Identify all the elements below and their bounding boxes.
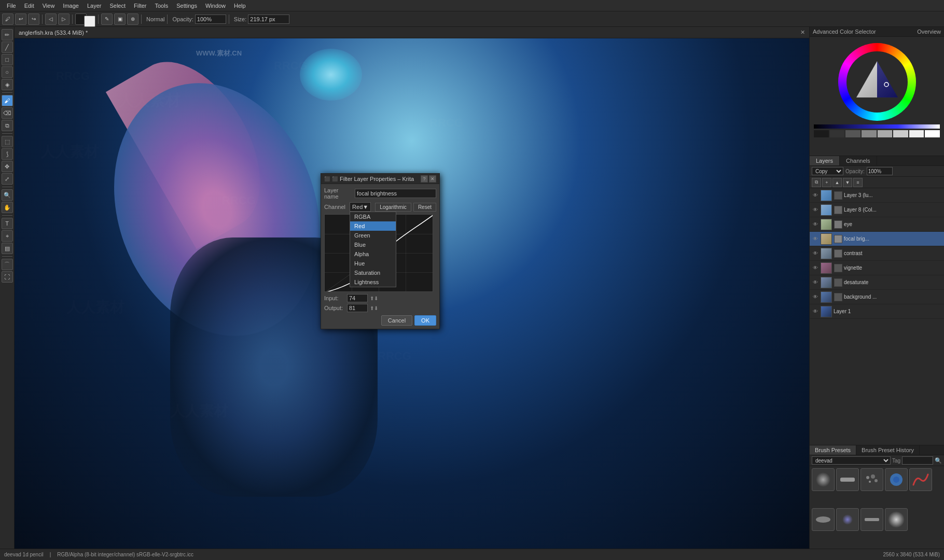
opacity-input[interactable] xyxy=(195,15,226,24)
layer-item-2[interactable]: 👁 eye xyxy=(810,217,944,232)
menu-settings[interactable]: Settings xyxy=(173,2,201,10)
tb-tool2[interactable]: ▣ xyxy=(114,13,126,25)
swatch-6[interactable] xyxy=(893,130,908,137)
brush-preset-3[interactable] xyxy=(860,468,883,491)
tab-channels[interactable]: Channels xyxy=(840,156,877,165)
ok-button[interactable]: OK xyxy=(414,315,436,326)
channel-dropdown-btn[interactable]: Red ▼ xyxy=(350,202,371,212)
menu-filter[interactable]: Filter xyxy=(130,2,150,10)
brush-preset-5[interactable] xyxy=(909,468,932,491)
tool-freehand[interactable]: ✏ xyxy=(2,29,13,40)
color-wheel-area[interactable] xyxy=(812,39,942,124)
layer-eye-8[interactable]: 👁 xyxy=(812,308,819,315)
layer-eye-5[interactable]: 👁 xyxy=(812,264,819,272)
layer-eye-0[interactable]: 👁 xyxy=(812,192,819,199)
layer-eye-3[interactable]: 👁 xyxy=(812,235,819,243)
bg-color-swatch[interactable] xyxy=(84,16,95,27)
tool-line[interactable]: ╱ xyxy=(2,41,13,53)
swatch-7[interactable] xyxy=(909,130,924,137)
brush-tag-input[interactable] xyxy=(902,456,933,465)
input-spinner[interactable]: ⬆⬇ xyxy=(370,296,378,301)
tab-brush-history[interactable]: Brush Preset History xyxy=(856,445,920,455)
dialog-close-btn[interactable]: ✕ xyxy=(429,175,436,183)
brush-preset-8[interactable] xyxy=(860,508,883,531)
tb-tool3[interactable]: ⊕ xyxy=(127,13,138,25)
menu-edit[interactable]: Edit xyxy=(21,2,38,10)
brush-preset-9[interactable] xyxy=(885,508,908,531)
layer-eye-7[interactable]: 👁 xyxy=(812,293,819,301)
tb-open[interactable]: ↩ xyxy=(15,13,26,25)
swatch-8[interactable] xyxy=(925,130,940,137)
menu-tools[interactable]: Tools xyxy=(151,2,172,10)
tool-zoom[interactable]: 🔍 xyxy=(2,189,13,201)
tool-eraser[interactable]: ⌫ xyxy=(2,107,13,119)
layer-eye-2[interactable]: 👁 xyxy=(812,221,819,228)
tool-select-lasso[interactable]: ⟆ xyxy=(2,148,13,160)
menu-select[interactable]: Select xyxy=(106,2,129,10)
tool-brush[interactable]: 🖌 xyxy=(2,95,13,106)
output-value[interactable] xyxy=(347,304,368,312)
layer-item-4[interactable]: 👁 contrast xyxy=(810,246,944,261)
brush-preset-select[interactable]: deevad xyxy=(812,456,891,465)
channel-option-blue[interactable]: Blue xyxy=(350,240,396,249)
layer-eye-6[interactable]: 👁 xyxy=(812,279,819,286)
canvas-content[interactable]: RRCG 人人素材 RRCG 人人素材 RRCG 人人素材 RRCG 人人素材 … xyxy=(15,38,809,549)
layers-new-btn[interactable]: + xyxy=(822,178,831,187)
tab-layers[interactable]: Layers xyxy=(810,156,840,165)
brush-preset-4[interactable] xyxy=(885,468,908,491)
tab-brush-presets[interactable]: Brush Presets xyxy=(810,445,856,455)
layer-item-8[interactable]: 👁 Layer 1 xyxy=(810,304,944,319)
tool-bezier[interactable]: ⌒ xyxy=(2,259,13,270)
layers-copy-btn[interactable]: ⧉ xyxy=(812,178,821,187)
color-gradient-bar[interactable] xyxy=(814,124,940,129)
tool-pan[interactable]: ✋ xyxy=(2,202,13,213)
brush-search-icon[interactable]: 🔍 xyxy=(935,457,942,464)
tool-select-rect[interactable]: ⬚ xyxy=(2,136,13,147)
tool-rect[interactable]: □ xyxy=(2,54,13,65)
tb-new[interactable]: 🖊 xyxy=(2,13,13,25)
swatch-2[interactable] xyxy=(830,130,845,137)
tool-fill[interactable]: ◈ xyxy=(2,79,13,90)
cancel-button[interactable]: Cancel xyxy=(381,315,412,326)
swatch-4[interactable] xyxy=(862,130,877,137)
input-value[interactable] xyxy=(347,294,368,302)
layer-eye-4[interactable]: 👁 xyxy=(812,250,819,257)
layer-item-0[interactable]: 👁 Layer 3 (lu... xyxy=(810,188,944,203)
opacity-prop-input[interactable] xyxy=(867,167,893,175)
layer-item-5[interactable]: 👁 vignette xyxy=(810,261,944,275)
channel-option-rgba[interactable]: RGBA xyxy=(350,212,396,221)
tool-gradient[interactable]: ▤ xyxy=(2,243,13,254)
reset-btn[interactable]: Reset xyxy=(413,203,436,212)
tool-transform[interactable]: ⤢ xyxy=(2,173,13,185)
menu-window[interactable]: Window xyxy=(202,2,229,10)
tool-move[interactable]: ✥ xyxy=(2,161,13,172)
size-input[interactable] xyxy=(248,15,289,24)
brush-preset-2[interactable] xyxy=(836,468,859,491)
tb-tool1[interactable]: ✎ xyxy=(101,13,113,25)
layers-down-btn[interactable]: ▼ xyxy=(843,178,852,187)
tab-close-btn[interactable]: ✕ xyxy=(800,29,805,36)
tool-clone[interactable]: ⧉ xyxy=(2,120,13,131)
channel-option-hue[interactable]: Hue xyxy=(350,259,396,268)
channel-option-green[interactable]: Green xyxy=(350,231,396,240)
tool-text[interactable]: T xyxy=(2,218,13,229)
swatch-5[interactable] xyxy=(878,130,893,137)
blend-mode-select[interactable]: Copy Normal Multiply Screen Overlay xyxy=(812,167,843,175)
tool-colorpick[interactable]: ⌖ xyxy=(2,230,13,242)
tool-path[interactable]: ⛶ xyxy=(2,271,13,283)
channel-option-saturation[interactable]: Saturation xyxy=(350,268,396,277)
menu-help[interactable]: Help xyxy=(230,2,249,10)
channel-option-lightness[interactable]: Lightness xyxy=(350,277,396,287)
layers-props-btn[interactable]: ≡ xyxy=(853,178,863,187)
swatch-3[interactable] xyxy=(845,130,860,137)
layer-item-3[interactable]: 👁 focal brig... xyxy=(810,232,944,246)
menu-view[interactable]: View xyxy=(39,2,59,10)
menu-layer[interactable]: Layer xyxy=(84,2,105,10)
acs-overview[interactable]: Overview xyxy=(917,29,941,35)
color-triangle-svg[interactable] xyxy=(851,56,903,108)
channel-option-alpha[interactable]: Alpha xyxy=(350,249,396,259)
tb-save[interactable]: ↪ xyxy=(28,13,39,25)
channel-option-red[interactable]: Red xyxy=(350,221,396,231)
logarithmic-btn[interactable]: Logarithmic xyxy=(375,203,411,212)
brush-preset-1[interactable] xyxy=(812,468,835,491)
